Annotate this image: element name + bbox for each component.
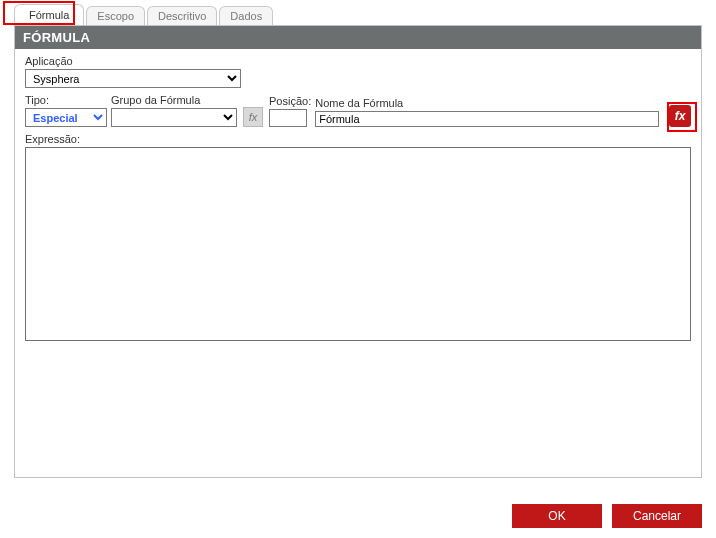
expressao-textarea[interactable] [25, 147, 691, 341]
aplicacao-select[interactable]: Sysphera [25, 69, 241, 88]
fx-icon: fx [675, 109, 686, 123]
panel-title: FÓRMULA [15, 26, 701, 49]
aplicacao-label: Aplicação [25, 55, 687, 67]
tab-dados[interactable]: Dados [219, 6, 273, 25]
nome-input[interactable] [315, 111, 659, 127]
cancel-button[interactable]: Cancelar [612, 504, 702, 528]
tipo-label: Tipo: [25, 94, 107, 106]
fx-button[interactable]: fx [669, 105, 691, 127]
tab-descritivo[interactable]: Descritivo [147, 6, 217, 25]
link-fx-icon[interactable]: fx [243, 107, 263, 127]
ok-button[interactable]: OK [512, 504, 602, 528]
posicao-input[interactable] [269, 109, 307, 127]
expressao-label: Expressão: [25, 133, 691, 145]
tipo-select[interactable]: Especial [25, 108, 107, 127]
posicao-label: Posição: [269, 95, 311, 107]
tab-formula[interactable]: Fórmula [14, 4, 84, 25]
formula-panel: FÓRMULA Aplicação Sysphera Tipo: Especia… [14, 25, 702, 478]
fx-small-icon: fx [249, 111, 258, 123]
formula-row: Tipo: Especial Grupo da Fórmula fx Posiç… [25, 94, 691, 127]
grupo-label: Grupo da Fórmula [111, 94, 237, 106]
tab-escopo[interactable]: Escopo [86, 6, 145, 25]
tab-bar: Fórmula Escopo Descritivo Dados [0, 4, 716, 25]
nome-label: Nome da Fórmula [315, 97, 659, 109]
grupo-select[interactable] [111, 108, 237, 127]
dialog-button-bar: OK Cancelar [512, 504, 702, 528]
